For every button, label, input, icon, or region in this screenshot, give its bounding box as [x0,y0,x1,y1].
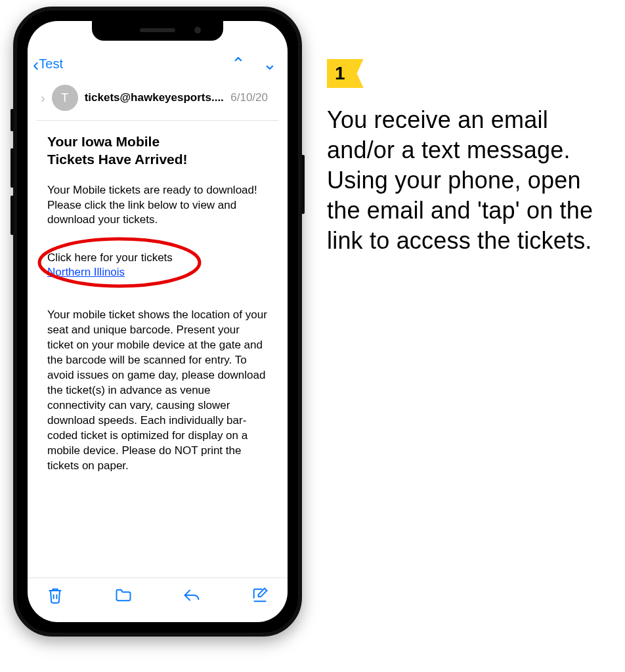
mail-nav-header: ‹ Test ⌃ ⌄ [28,50,288,79]
mail-body-paragraph: Your mobile ticket shows the location of… [47,308,268,473]
mail-intro-paragraph: Your Mobile tickets are ready to downloa… [47,183,268,228]
avatar-initial: T [61,91,68,105]
sender-row[interactable]: › T tickets@hawkeyesports.... 6/10/20 [37,79,278,121]
ticket-link-block: Click here for your tickets Northern Ill… [47,251,268,279]
volume-up [11,148,14,188]
folder-icon[interactable] [114,586,133,607]
compose-icon[interactable] [251,586,269,607]
sender-name: tickets@hawkeyesports.... [85,91,225,104]
step-number-flag: 1 [327,59,364,88]
mail-toolbar [28,578,288,622]
mute-switch [11,109,14,131]
chevron-left-icon: ‹ [33,56,39,74]
phone-screen: ‹ Test ⌃ ⌄ › T tickets@hawkeyesports.... [28,21,288,622]
avatar: T [52,85,78,111]
reply-icon[interactable] [183,586,201,607]
disclosure-icon: › [41,91,45,106]
volume-down [11,196,14,235]
prev-message-button[interactable]: ⌃ [231,54,246,74]
mail-body[interactable]: Your Iowa Mobile Tickets Have Arrived! Y… [28,121,288,578]
back-label: Test [39,56,63,72]
sender-date: 6/10/20 [230,91,268,104]
svg-point-0 [39,239,200,286]
instruction-panel: 1 You receive an email and/or a text mes… [315,0,611,637]
step-number: 1 [335,63,345,83]
phone-notch [92,21,223,41]
instruction-text: You receive an email and/or a text messa… [327,105,603,256]
side-button [301,155,305,214]
mail-subject: Your Iowa Mobile Tickets Have Arrived! [47,133,268,169]
back-button[interactable]: ‹ Test [33,55,63,74]
annotation-circle [33,234,210,291]
phone-frame: ‹ Test ⌃ ⌄ › T tickets@hawkeyesports.... [0,0,315,637]
next-message-button[interactable]: ⌄ [263,54,277,74]
trash-icon[interactable] [46,586,64,607]
